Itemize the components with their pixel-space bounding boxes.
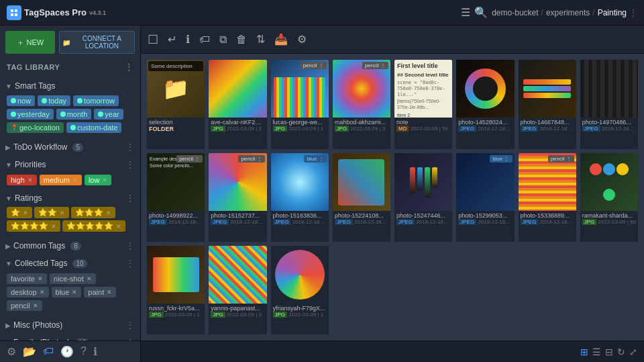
- tag-library-menu-icon[interactable]: ⋮: [124, 62, 134, 73]
- connect-location-button[interactable]: 📁 CONNECT A LOCATION: [59, 31, 135, 54]
- tag-3star[interactable]: ⭐⭐⭐ ✕: [71, 207, 115, 218]
- file-card-photo5[interactable]: pencil ⋮ photo-15152737... JPEG 2018-12-…: [208, 152, 267, 242]
- file-card-photo8[interactable]: photo-15247446... JPEG 2018-12-18 | 38: [394, 152, 453, 242]
- toolbar-rename-icon[interactable]: ↵: [168, 33, 176, 46]
- file-card-photo3[interactable]: photo-14970486... JPEG 2018-12-18 | 55: [580, 59, 639, 150]
- tag-geo-location[interactable]: 📍geo-location: [7, 122, 64, 133]
- file-card-yfriansyah[interactable]: yfriansyah-F79gX... JPG 2022-03-09 | 1: [270, 245, 329, 335]
- file-card-photo9[interactable]: blue ⋮ photo-15299053... JPEG 2018-12-18…: [455, 152, 515, 242]
- location-icon[interactable]: 📂: [23, 345, 36, 358]
- breadcrumb-bucket[interactable]: demo-bucket: [492, 8, 538, 17]
- breadcrumb-menu-icon[interactable]: ⋮: [629, 8, 637, 17]
- file-meta: MD 2022-03-09 | 56: [396, 126, 450, 132]
- file-card-ramakant[interactable]: ramakant-sharda... JPG 2022-03-09 | 80: [580, 152, 639, 242]
- new-button[interactable]: ＋ NEW: [5, 31, 55, 54]
- tag-now[interactable]: now: [7, 95, 35, 106]
- misc-photos-header[interactable]: ▶ Misc (Photos) ⋮: [0, 318, 140, 332]
- todo-menu-icon[interactable]: ⋮: [125, 142, 135, 152]
- file-card-photo7[interactable]: photo-15224108... JPEG 2018-12-18 | 39: [332, 152, 391, 242]
- file-card-photo6[interactable]: blue ⋮ photo-15163836... JPEG 2018-12-18…: [270, 152, 329, 242]
- grid-view-icon[interactable]: ⊞: [580, 347, 588, 357]
- tags-icon[interactable]: 🏷: [43, 345, 54, 358]
- tag-year[interactable]: year: [94, 109, 123, 120]
- priorities-tags: high ✕ medium ✕ low ✕: [0, 172, 140, 188]
- file-card-photo10[interactable]: pencil ⋮ photo-15336889... JPEG 2018-12-…: [518, 152, 577, 242]
- list-view-icon[interactable]: ☰: [592, 347, 601, 357]
- refresh-icon[interactable]: ↻: [617, 347, 625, 357]
- toolbar-tags-icon[interactable]: 🏷: [199, 34, 210, 46]
- file-info: mahbod-akhzami... JPG 2022-03-09 | 3: [333, 118, 390, 133]
- tag-nice-shot[interactable]: nice-shot ✕: [50, 273, 96, 284]
- detail-view-icon[interactable]: ⊟: [605, 347, 613, 357]
- tag-today[interactable]: today: [38, 95, 70, 106]
- help-icon[interactable]: ?: [80, 345, 87, 358]
- toolbar-delete-icon[interactable]: 🗑: [236, 34, 247, 46]
- file-card-note[interactable]: First level title ## Second level title …: [394, 59, 453, 150]
- todo-workflow-header[interactable]: ▶ ToDo Workflow 5 ⋮: [0, 140, 140, 154]
- file-info: ramakant-sharda... JPG 2022-03-09 | 80: [580, 211, 638, 226]
- file-thumb: [275, 250, 325, 300]
- tag-1star[interactable]: ⭐ ✕: [7, 207, 32, 218]
- priorities-header[interactable]: ▼ Priorities ⋮: [0, 157, 140, 172]
- breadcrumb-folder2[interactable]: Painting: [598, 8, 627, 17]
- misc-menu-icon[interactable]: ⋮: [125, 320, 135, 330]
- file-card-lucas[interactable]: pencil ⋮ lucas-george-we... JPG 2022-03-…: [270, 59, 329, 150]
- toolbar-settings-icon[interactable]: ⚙: [297, 33, 307, 46]
- file-card-photo1[interactable]: photo-14528024... JPEG 2018-12-18 | 55: [455, 59, 515, 150]
- file-card-ave-calvar[interactable]: ave-calvar-nKF2Q... JPG 2022-03-09 | 2: [208, 59, 267, 150]
- ratings-menu-icon[interactable]: ⋮: [125, 193, 135, 203]
- file-card-yannis[interactable]: yannis-papanast... JPG 2022-03-09 | 2: [208, 245, 267, 335]
- file-meta: JPG 2022-03-09 | 3: [335, 126, 388, 132]
- history-icon[interactable]: 🕐: [60, 345, 74, 358]
- fullscreen-icon[interactable]: ⤢: [629, 347, 637, 357]
- tag-yesterday[interactable]: yesterday: [7, 109, 54, 120]
- file-card-russn[interactable]: russn_fckr-krV5a... JPG 2022-03-09 | 1: [146, 245, 205, 335]
- file-thumb-note: First level title ## Second level title …: [394, 60, 452, 118]
- file-card-selection[interactable]: 📁 Some description selection FOLDER: [146, 59, 205, 150]
- toolbar-info-icon[interactable]: ℹ: [186, 33, 190, 46]
- file-card-photo4[interactable]: Example description:Some color pencils..…: [146, 152, 205, 242]
- ratings-tags: ⭐ ✕ ⭐⭐ ✕ ⭐⭐⭐ ✕ ⭐⭐⭐⭐ ✕ ⭐⭐⭐⭐⭐ ✕: [0, 206, 140, 236]
- sidebar-section-todo: ▶ ToDo Workflow 5 ⋮: [0, 138, 140, 156]
- tag-custom-date[interactable]: custom-date: [66, 122, 122, 133]
- file-card-photo2[interactable]: photo-14667848... JPEG 2018-12-18 | 78: [518, 59, 577, 150]
- toolbar-import-icon[interactable]: 📥: [274, 33, 288, 46]
- sidebar-scroll[interactable]: TAG LIBRARY ⋮ ▼ Smart Tags now today: [0, 56, 140, 341]
- tag-paint[interactable]: paint ✕: [84, 287, 116, 298]
- tag-medium[interactable]: medium ✕: [40, 175, 82, 185]
- view-icons: ⊞ ☰ ⊟ ↻ ⤢: [580, 347, 637, 357]
- tag-tomorrow[interactable]: tomorrow: [73, 95, 119, 106]
- tag-high[interactable]: high ✕: [7, 175, 37, 185]
- file-card-mahbod[interactable]: pencil ⋮ mahbod-akhzami... JPG 2022-03-0…: [332, 59, 391, 150]
- file-tag-blue: blue ⋮: [490, 155, 512, 163]
- smart-tags-header[interactable]: ▼ Smart Tags: [0, 79, 140, 93]
- tag-month[interactable]: month: [56, 109, 92, 120]
- tag-4star[interactable]: ⭐⭐⭐⭐ ✕: [7, 220, 60, 232]
- hamburger-icon[interactable]: ☰: [461, 6, 470, 19]
- settings-icon[interactable]: ⚙: [7, 345, 16, 358]
- info-icon[interactable]: ℹ: [93, 345, 97, 358]
- tag-5star[interactable]: ⭐⭐⭐⭐⭐ ✕: [62, 220, 125, 232]
- tag-blue[interactable]: blue ✕: [52, 287, 82, 298]
- common-tags-header[interactable]: ▶ Common Tags 8 ⋮: [0, 238, 140, 253]
- toolbar-select-all-icon[interactable]: ☐: [148, 32, 158, 47]
- toolbar-move-icon[interactable]: ⇅: [256, 33, 265, 46]
- breadcrumb-folder1[interactable]: experiments: [546, 8, 590, 17]
- search-icon[interactable]: 🔍: [474, 6, 488, 19]
- breadcrumb: demo-bucket / experiments / Painting ⋮: [492, 8, 637, 17]
- collected-tags-menu-icon[interactable]: ⋮: [125, 258, 135, 269]
- toolbar-copy-icon[interactable]: ⧉: [219, 34, 227, 46]
- tag-low[interactable]: low ✕: [85, 175, 112, 185]
- tag-2star[interactable]: ⭐⭐ ✕: [34, 207, 69, 218]
- tag-pencil[interactable]: pencil ✕: [7, 300, 42, 311]
- tag-desktop[interactable]: desktop ✕: [7, 287, 49, 298]
- collected-tags-header[interactable]: ▼ Collected Tags 10 ⋮: [0, 256, 140, 271]
- sidebar-section-priorities: ▼ Priorities ⋮ high ✕ medium ✕ low ✕: [0, 156, 140, 189]
- priorities-menu-icon[interactable]: ⋮: [125, 159, 135, 170]
- file-meta: JPG 2022-03-09 | 1: [273, 312, 327, 318]
- ratings-header[interactable]: ▼ Ratings ⋮: [0, 191, 140, 206]
- tag-favorite[interactable]: favorite ✕: [7, 273, 47, 284]
- sidebar-section-common-tags: ▶ Common Tags 8 ⋮: [0, 237, 140, 255]
- family-photos-header[interactable]: ▶ Family (Photos) 16 ⋮: [0, 335, 140, 341]
- common-tags-menu-icon[interactable]: ⋮: [125, 240, 135, 251]
